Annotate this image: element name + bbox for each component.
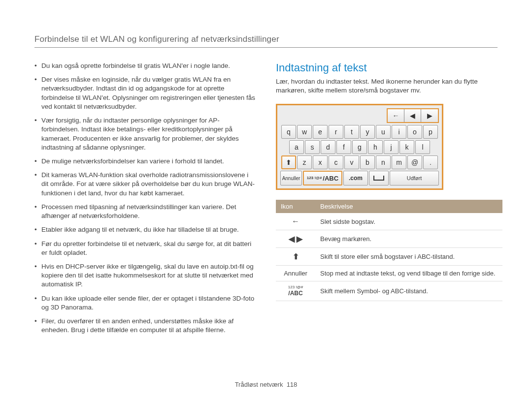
table-row: ⬆ Skift til store eller små bogstaver i … — [276, 248, 502, 266]
page-number: 118 — [287, 381, 298, 388]
right-column: Indtastning af tekst Lær, hvordan du ind… — [276, 62, 498, 339]
shift-key[interactable]: ⬆ — [281, 155, 296, 169]
keyboard-screenshot: ← ◀ ▶ q w e r t y u i o p a s d — [276, 104, 443, 190]
footer-label: Trådløst netværk — [235, 381, 283, 388]
list-item: Dit kameras WLAN-funktion skal overholde… — [34, 171, 256, 198]
backspace-icon: ← — [276, 213, 315, 230]
list-item: Filer, du overfører til en anden enhed, … — [34, 317, 256, 335]
legend-desc: Stop med at indtaste tekst, og vend tilb… — [315, 266, 502, 281]
letter-key[interactable]: w — [297, 125, 312, 139]
mode-switch-icon: 123 !@# /ABC — [276, 281, 315, 301]
letter-key[interactable]: b — [360, 155, 375, 169]
list-item: Før du opretter forbindelse til et netvæ… — [34, 240, 256, 257]
letter-key[interactable]: u — [376, 125, 391, 139]
legend-desc: Skift til store eller små bogstaver i AB… — [315, 248, 502, 266]
section-heading: Indtastning af tekst — [276, 62, 498, 74]
list-item: Hvis en DHCP-server ikke er tilgængelig,… — [34, 262, 256, 289]
icon-legend-table: Ikon Beskrivelse ← Slet sidste bogstav. … — [276, 200, 502, 301]
letter-key[interactable]: t — [344, 125, 359, 139]
mode-sym-label: 123 !@# — [307, 176, 322, 180]
letter-key[interactable]: v — [344, 155, 359, 169]
letter-key[interactable]: y — [360, 125, 375, 139]
letter-key[interactable]: n — [376, 155, 391, 169]
letter-key[interactable]: m — [392, 155, 406, 169]
shift-icon: ⬆ — [276, 248, 315, 266]
letter-key[interactable]: z — [297, 155, 312, 169]
cursor-move-icon: ◀ ▶ — [276, 230, 315, 248]
dotcom-key[interactable]: .com — [343, 171, 368, 185]
legend-header-icon: Ikon — [276, 200, 315, 213]
done-key[interactable]: Udført — [390, 171, 439, 185]
letter-key[interactable]: f — [336, 140, 351, 154]
legend-desc: Bevæg markøren. — [315, 230, 502, 248]
list-item: Du kan også oprette forbindelse til grat… — [34, 62, 256, 70]
letter-key[interactable]: g — [352, 140, 367, 154]
mode-switch-key[interactable]: 123 !@# /ABC — [303, 171, 342, 185]
keyboard-row-3: ⬆ z x c v b n m @ . — [280, 155, 439, 169]
cancel-label-icon: Annuller — [276, 266, 315, 281]
letter-key[interactable]: k — [399, 140, 414, 154]
letter-key[interactable]: s — [305, 140, 320, 154]
section-lead: Lær, hvordan du indtaster tekst. Med iko… — [276, 77, 498, 95]
breadcrumb: Forbindelse til et WLAN og konfigurering… — [34, 34, 498, 44]
letter-key[interactable]: i — [392, 125, 406, 139]
table-row: ◀ ▶ Bevæg markøren. — [276, 230, 502, 248]
nav-key-cluster: ← ◀ ▶ — [387, 108, 439, 123]
backspace-key[interactable]: ← — [388, 109, 404, 122]
legend-desc: Slet sidste bogstav. — [315, 213, 502, 230]
letter-key[interactable]: q — [281, 125, 296, 139]
mode-abc-label: /ABC — [323, 175, 338, 182]
cursor-right-key[interactable]: ▶ — [421, 109, 438, 122]
list-item: De mulige netværksforbindelser kan varie… — [34, 157, 256, 166]
letter-key[interactable]: c — [329, 155, 343, 169]
cursor-left-key[interactable]: ◀ — [404, 109, 421, 122]
letter-key[interactable]: h — [368, 140, 383, 154]
legend-desc: Skift mellem Symbol- og ABC-tilstand. — [315, 281, 502, 301]
letter-key[interactable]: o — [407, 125, 422, 139]
letter-key[interactable]: e — [313, 125, 328, 139]
letter-key[interactable]: . — [423, 155, 438, 169]
header-rule — [34, 47, 498, 48]
list-item: Du kan ikke uploade eller sende filer, d… — [34, 294, 256, 312]
letter-key[interactable]: j — [384, 140, 399, 154]
mode-abc-text: /ABC — [288, 290, 302, 297]
letter-key[interactable]: a — [289, 140, 304, 154]
letter-key[interactable]: x — [313, 155, 328, 169]
keyboard-bottom-row: Annuller 123 !@# /ABC .com Udført — [280, 171, 439, 185]
list-item: Processen med tilpasning af netværksinds… — [34, 203, 256, 220]
list-item: Der vises måske en loginside, når du væl… — [34, 75, 256, 111]
keyboard-row-1: q w e r t y u i o p — [280, 125, 439, 139]
letter-key[interactable]: r — [329, 125, 343, 139]
mode-sym-text: 123 !@# — [281, 285, 310, 289]
space-key[interactable] — [369, 171, 389, 185]
table-row: ← Slet sidste bogstav. — [276, 213, 502, 230]
list-item: Vær forsigtig, når du indtaster personli… — [34, 116, 256, 152]
letter-key[interactable]: p — [423, 125, 438, 139]
cancel-key[interactable]: Annuller — [280, 171, 302, 185]
table-row: 123 !@# /ABC Skift mellem Symbol- og ABC… — [276, 281, 502, 301]
page-footer: Trådløst netværk 118 — [0, 381, 532, 388]
left-column: Du kan også oprette forbindelse til grat… — [34, 62, 256, 339]
letter-key[interactable]: @ — [407, 155, 422, 169]
table-row: Annuller Stop med at indtaste tekst, og … — [276, 266, 502, 281]
letter-key[interactable]: l — [415, 140, 430, 154]
list-item: Etabler ikke adgang til et netværk, du i… — [34, 225, 256, 234]
legend-header-desc: Beskrivelse — [315, 200, 502, 213]
keyboard-row-2: a s d f g h j k l — [280, 140, 439, 154]
bullet-list: Du kan også oprette forbindelse til grat… — [34, 62, 256, 335]
letter-key[interactable]: d — [321, 140, 335, 154]
